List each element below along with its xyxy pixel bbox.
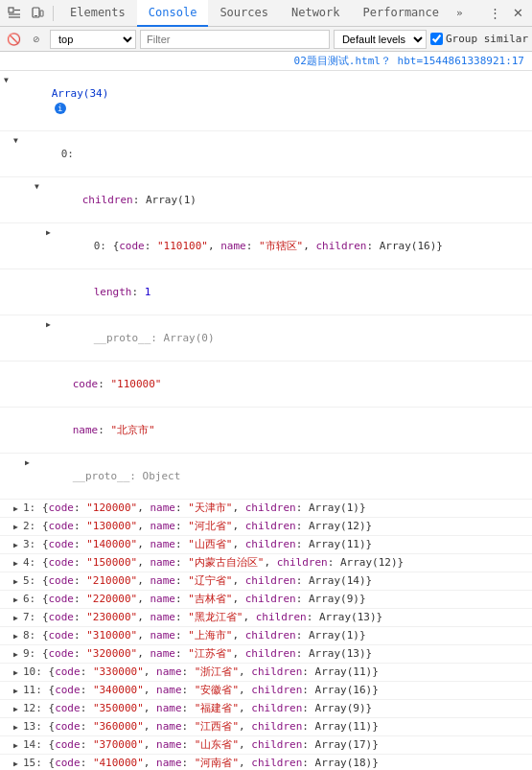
device-toolbar-btn[interactable] [27,3,48,24]
levels-select[interactable]: Default levels [334,30,427,49]
item-10-toggle[interactable] [13,665,23,680]
item-7-line[interactable]: 7: {code: "230000", name: "黑龙江省", childr… [0,609,532,627]
array-root-line[interactable]: Array(34) i [0,71,532,131]
item-12-line[interactable]: 12: {code: "350000", name: "福建省", childr… [0,700,532,718]
svg-rect-0 [9,8,13,12]
children-line[interactable]: children: Array(1) [0,177,532,223]
item-13-toggle[interactable] [13,719,23,735]
item-7-toggle[interactable] [13,610,23,625]
filter-input[interactable] [140,30,330,49]
svg-rect-5 [40,11,43,16]
info-icon[interactable]: i [55,103,66,114]
item-1-toggle[interactable] [13,501,23,516]
item-15-line[interactable]: 15: {code: "410000", name: "河南省", childr… [0,755,532,770]
item-6-toggle[interactable] [13,592,23,607]
clear-console-btn[interactable]: 🚫 [4,30,23,49]
item-2-line[interactable]: 2: {code: "130000", name: "河北省", childre… [0,518,532,536]
proto-array-toggle[interactable] [46,316,56,332]
item-2-toggle[interactable] [13,519,23,534]
item-5-line[interactable]: 5: {code: "210000", name: "辽宁省", childre… [0,572,532,591]
item-13-line[interactable]: 13: {code: "360000", name: "江西省", childr… [0,718,532,736]
proto-object-line[interactable]: __proto__: Object [0,454,532,500]
item-14-line[interactable]: 14: {code: "370000", name: "山东省", childr… [0,736,532,755]
proto-array-line[interactable]: __proto__: Array(0) [0,315,532,362]
item-0-toggle[interactable] [13,132,23,148]
proto-object-toggle[interactable] [25,455,35,470]
length-1-line: length: 1 [0,269,532,315]
code-line: code: "110000" [0,362,532,408]
item-4-line[interactable]: 4: {code: "150000", name: "内蒙古自治区", chil… [0,554,532,572]
group-similar-checkbox[interactable] [430,33,443,45]
name-line: name: "北京市" [0,408,532,454]
children-toggle[interactable] [35,178,44,194]
item-11-line[interactable]: 11: {code: "340000", name: "安徽省", childr… [0,682,532,700]
preserve-log-btn[interactable]: ⊘ [27,30,46,49]
devtools-top-bar: Elements Console Sources Network Perform… [0,0,532,27]
children-0-toggle[interactable] [46,224,56,240]
item-1-line[interactable]: 1: {code: "120000", name: "天津市", childre… [0,500,532,518]
item-5-toggle[interactable] [13,573,23,589]
toolbar-divider-1 [53,6,54,21]
context-selector[interactable]: top [50,30,136,49]
url-bar: 02题目测试.html？ hbt=1544861338921:17 [0,52,532,71]
item-0-line[interactable]: 0: [0,131,532,177]
item-3-toggle[interactable] [13,537,23,552]
tab-sources[interactable]: Sources [208,0,280,27]
item-15-toggle[interactable] [13,756,23,770]
item-6-line[interactable]: 6: {code: "220000", name: "吉林省", childre… [0,591,532,609]
item-9-toggle[interactable] [13,646,23,662]
item-8-toggle[interactable] [13,628,23,643]
item-8-line[interactable]: 8: {code: "310000", name: "上海市", childre… [0,627,532,645]
more-options-btn[interactable]: ✕ [507,3,528,24]
tab-elements[interactable]: Elements [58,0,137,27]
inspect-element-btn[interactable] [4,3,25,24]
item-12-toggle[interactable] [13,701,23,716]
items-container: 1: {code: "120000", name: "天津市", childre… [0,500,532,770]
console-output: Array(34) i 0: children: Array(1) 0: {co… [0,71,532,770]
array-toggle[interactable] [4,72,13,87]
tab-console[interactable]: Console [137,0,209,27]
item-14-toggle[interactable] [13,737,23,753]
tab-bar: Elements Console Sources Network Perform… [58,0,469,27]
item-9-line[interactable]: 9: {code: "320000", name: "江苏省", childre… [0,645,532,664]
tab-network[interactable]: Network [280,0,352,27]
tab-performance[interactable]: Performance [352,0,451,27]
item-11-toggle[interactable] [13,683,23,698]
group-similar-label[interactable]: Group similar [430,33,528,45]
item-4-toggle[interactable] [13,555,23,571]
settings-btn[interactable]: ⋮ [484,3,505,24]
item-3-line[interactable]: 3: {code: "140000", name: "山西省", childre… [0,536,532,554]
tab-overflow-btn[interactable]: » [451,0,469,27]
children-0-line[interactable]: 0: {code: "110100", name: "市辖区", childre… [0,223,532,269]
console-toolbar: 🚫 ⊘ top Default levels Group similar [0,27,532,52]
item-10-line[interactable]: 10: {code: "330000", name: "浙江省", childr… [0,664,532,682]
